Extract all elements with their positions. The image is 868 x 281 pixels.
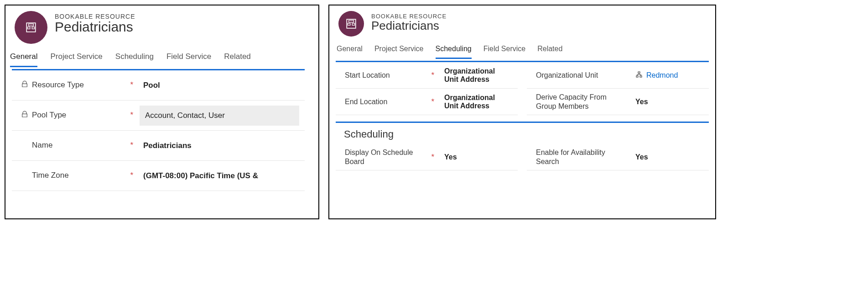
scheduling-settings-section: Scheduling Display On Schedule Board * Y… [336, 122, 709, 170]
required-star: * [130, 80, 133, 90]
required-star: * [431, 97, 434, 106]
field-value[interactable]: Yes [632, 95, 703, 109]
tab-general[interactable]: General [337, 45, 363, 59]
tab-project-service[interactable]: Project Service [374, 45, 424, 59]
required-star: * [130, 111, 133, 120]
field-label: Start Location [345, 71, 390, 80]
field-end-location[interactable]: End Location * Organizational Unit Addre… [336, 89, 518, 115]
page-title: Pediatricians [55, 19, 135, 35]
svg-rect-6 [348, 23, 350, 25]
tablist: General Project Service Scheduling Field… [5, 44, 318, 67]
field-value[interactable]: Pool [140, 78, 299, 93]
svg-rect-5 [349, 20, 354, 22]
entity-icon [345, 18, 357, 30]
svg-rect-4 [347, 19, 356, 28]
field-name[interactable]: Name * Pediatricians [12, 131, 305, 161]
tab-scheduling[interactable]: Scheduling [436, 45, 472, 59]
field-pool-type[interactable]: Pool Type * Account, Contact, User [12, 101, 305, 131]
page-title: Pediatricians [371, 19, 447, 33]
lock-icon [21, 111, 28, 120]
general-section: Resource Type * Pool Pool Type * Account… [12, 69, 305, 191]
header-text: BOOKABLE RESOURCE Pediatricians [371, 11, 447, 33]
section-title: Scheduling [336, 123, 709, 144]
org-unit-value: Redmond [646, 71, 678, 80]
field-derive-capacity[interactable]: Derive Capacity From Group Members * Yes [527, 89, 709, 115]
field-org-unit[interactable]: Organizational Unit * Redmond [527, 62, 709, 89]
svg-rect-0 [26, 23, 36, 32]
svg-rect-1 [29, 24, 34, 26]
form-panel-general: BOOKABLE RESOURCE Pediatricians General … [5, 5, 319, 219]
form-header: BOOKABLE RESOURCE Pediatricians [5, 5, 318, 44]
required-star: * [130, 171, 133, 180]
tab-scheduling[interactable]: Scheduling [115, 52, 154, 67]
field-label: Pool Type [32, 111, 66, 120]
tab-project-service[interactable]: Project Service [50, 52, 102, 67]
field-start-location[interactable]: Start Location * Organizational Unit Add… [336, 62, 518, 89]
field-value[interactable]: (GMT-08:00) Pacific Time (US & [140, 169, 299, 183]
required-star: * [431, 71, 434, 80]
tablist: General Project Service Scheduling Field… [329, 37, 715, 59]
svg-rect-3 [32, 27, 34, 29]
field-label: Name [32, 141, 52, 150]
field-value[interactable]: Organizational Unit Address [441, 64, 512, 86]
field-availability-search[interactable]: Enable for Availability Search * Yes [527, 144, 709, 170]
tab-related[interactable]: Related [224, 52, 251, 67]
required-star: * [130, 141, 133, 150]
field-label: Resource Type [32, 80, 84, 90]
required-star: * [431, 153, 434, 162]
field-label: Organizational Unit [536, 71, 598, 80]
field-value[interactable]: Pediatricians [140, 138, 299, 153]
field-display-schedule-board[interactable]: Display On Schedule Board * Yes [336, 144, 518, 170]
field-label: End Location [345, 97, 387, 106]
org-unit-icon [635, 71, 643, 80]
header-text: BOOKABLE RESOURCE Pediatricians [55, 11, 135, 35]
field-value[interactable]: Yes [441, 150, 512, 164]
tab-field-service[interactable]: Field Service [483, 45, 525, 59]
tab-field-service[interactable]: Field Service [166, 52, 211, 67]
field-label: Derive Capacity From Group Members [536, 93, 619, 110]
field-value[interactable]: Account, Contact, User [140, 106, 299, 126]
field-label: Time Zone [32, 171, 69, 180]
field-label: Enable for Availability Search [536, 148, 619, 165]
field-time-zone[interactable]: Time Zone * (GMT-08:00) Pacific Time (US… [12, 161, 305, 191]
lock-icon [21, 80, 28, 90]
field-value[interactable]: Organizational Unit Address [441, 91, 512, 113]
svg-rect-2 [27, 27, 30, 29]
form-header: BOOKABLE RESOURCE Pediatricians [329, 5, 715, 37]
org-unit-link[interactable]: Redmond [632, 68, 703, 83]
form-panel-scheduling: BOOKABLE RESOURCE Pediatricians General … [328, 5, 716, 219]
scheduling-location-section: Start Location * Organizational Unit Add… [336, 61, 709, 115]
entity-avatar [15, 11, 47, 44]
field-resource-type[interactable]: Resource Type * Pool [12, 70, 305, 101]
field-value[interactable]: Yes [632, 150, 703, 164]
entity-icon [25, 21, 37, 33]
entity-avatar [338, 11, 364, 37]
tab-general[interactable]: General [10, 52, 37, 67]
tab-related[interactable]: Related [537, 45, 562, 59]
field-label: Display On Schedule Board [345, 148, 427, 165]
svg-rect-7 [352, 23, 354, 25]
